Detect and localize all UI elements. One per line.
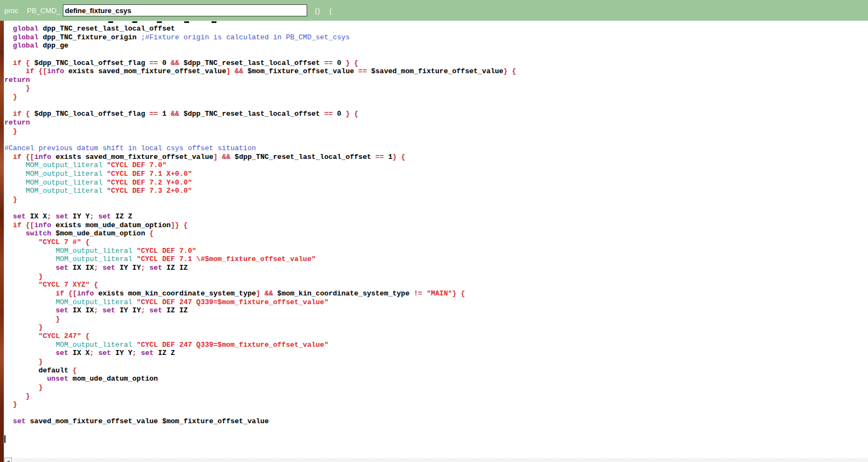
text-caret <box>4 435 5 443</box>
code-line: #Cancel previous datum shift in local cs… <box>4 144 868 153</box>
code-line: if {[info exists saved_mom_fixture_offse… <box>4 67 868 76</box>
code-line: MOM_output_literal "CYCL DEF 7.2 Y+0.0" <box>4 179 868 187</box>
code-line: if { $dpp_TNC_local_offset_flag == 1 && … <box>4 110 868 119</box>
code-line: MOM_output_literal "CYCL DEF 247 Q339=$m… <box>4 298 868 307</box>
scroll-left-arrow-icon[interactable]: ◄ <box>4 458 12 462</box>
proc-header-bar: proc PB_CMD_ {} { <box>0 0 868 21</box>
code-line <box>4 135 868 144</box>
proc-args-braces-label: {} <box>315 7 321 15</box>
code-line: } <box>4 392 868 401</box>
code-line: if {[info exists mom_ude_datum_option]} … <box>4 221 868 230</box>
code-line: global dpp_TNC_fixture_origin ;#Fixture … <box>4 33 868 42</box>
horizontal-scrollbar[interactable]: ◄ <box>4 457 868 462</box>
code-line: global dpp_TNC_reset_last_local_offset <box>4 25 868 33</box>
code-line: } <box>4 400 868 409</box>
code-line <box>4 204 868 212</box>
code-line: } <box>4 358 868 366</box>
code-line: } <box>4 383 868 392</box>
code-line: default { <box>4 366 868 375</box>
clipped-text-fragment <box>132 21 137 23</box>
code-line: MOM_output_literal "CYCL DEF 7.0" <box>4 161 868 170</box>
code-line: } <box>4 315 868 324</box>
code-line: MOM_output_literal "CYCL DEF 7.3 Z+0.0" <box>4 187 868 196</box>
code-line: } <box>4 127 868 136</box>
code-line <box>4 102 868 110</box>
code-line: } <box>4 84 868 93</box>
scrollbar-track[interactable] <box>13 458 868 462</box>
code-line: if { $dpp_TNC_local_offset_flag == 0 && … <box>4 59 868 68</box>
code-line: "CYCL 7 XYZ" { <box>4 281 868 289</box>
code-line: if {[info exists mom_kin_coordinate_syst… <box>4 289 868 298</box>
code-line: "CYCL 7 #" { <box>4 238 868 247</box>
code-line: MOM_output_literal "CYCL DEF 7.1 \#$mom_… <box>4 255 868 264</box>
code-line: set IX IX; set IY IY; set IZ IZ <box>4 264 868 273</box>
code-line <box>4 435 868 443</box>
code-editor[interactable]: global dpp_TNC_reset_last_local_offset g… <box>4 21 868 457</box>
code-line: set IX X; set IY Y; set IZ Z <box>4 349 868 358</box>
proc-open-brace-label: { <box>329 7 331 15</box>
code-line: return <box>4 76 868 85</box>
clipped-text-fragment <box>184 21 189 23</box>
code-line: unset mom_ude_datum_option <box>4 375 868 383</box>
code-line: "CYCL 247" { <box>4 332 868 341</box>
clipped-text-fragment <box>108 21 113 23</box>
code-line: MOM_output_literal "CYCL DEF 7.1 X+0.0" <box>4 170 868 179</box>
code-line: MOM_output_literal "CYCL DEF 247 Q339=$m… <box>4 341 868 350</box>
proc-keyword-label: proc <box>4 7 18 15</box>
proc-prefix-label: PB_CMD_ <box>27 7 60 15</box>
code-line: return <box>4 119 868 127</box>
code-line: global dpp_ge <box>4 42 868 50</box>
code-line <box>4 426 868 435</box>
code-line <box>4 50 868 59</box>
proc-name-input[interactable] <box>63 4 307 16</box>
code-line: } <box>4 93 868 102</box>
code-line: set saved_mom_fixture_offset_value $mom_… <box>4 417 868 426</box>
clipped-text-fragment <box>212 21 216 23</box>
desktop-background-strip <box>0 21 4 462</box>
code-line <box>4 409 868 418</box>
code-line: set IX X; set IY Y; set IZ Z <box>4 212 868 221</box>
clipped-text-fragment <box>157 21 162 23</box>
code-line: } <box>4 196 868 204</box>
code-line: } <box>4 273 868 281</box>
code-line: switch $mom_ude_datum_option { <box>4 229 868 238</box>
code-line: if {[info exists saved_mom_fixture_offse… <box>4 153 868 162</box>
code-line: set IX IX; set IY IY; set IZ IZ <box>4 306 868 315</box>
code-line: } <box>4 323 868 332</box>
code-line: MOM_output_literal "CYCL DEF 7.0" <box>4 247 868 256</box>
